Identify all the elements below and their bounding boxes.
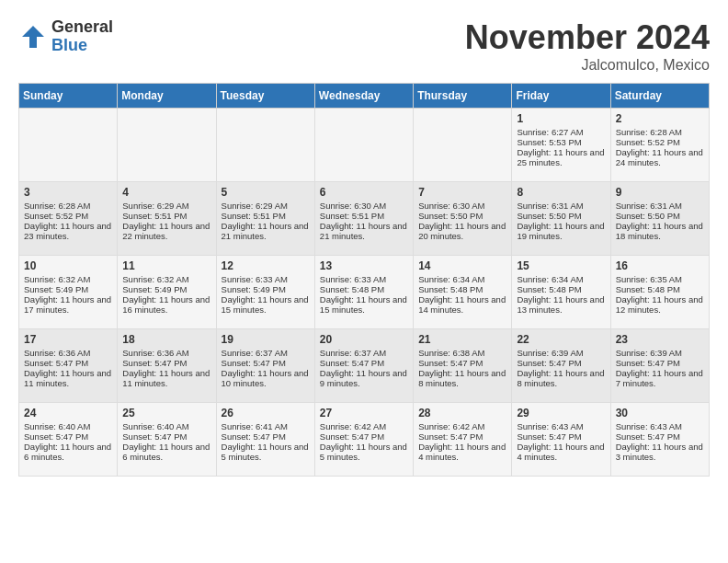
sunrise-text: Sunrise: 6:30 AM [418, 201, 506, 211]
calendar-cell: 11Sunrise: 6:32 AMSunset: 5:49 PMDayligh… [118, 256, 216, 329]
sunset-text: Sunset: 5:49 PM [122, 284, 210, 294]
day-number: 19 [222, 333, 310, 346]
sunset-text: Sunset: 5:48 PM [616, 284, 704, 294]
daylight-text: Daylight: 11 hours and 4 minutes. [517, 442, 605, 462]
calendar-cell: 12Sunrise: 6:33 AMSunset: 5:49 PMDayligh… [216, 256, 314, 329]
day-number: 21 [418, 333, 506, 346]
sunrise-text: Sunrise: 6:36 AM [122, 348, 210, 358]
calendar-cell: 27Sunrise: 6:42 AMSunset: 5:47 PMDayligh… [314, 403, 413, 477]
sunset-text: Sunset: 5:47 PM [320, 431, 408, 442]
daylight-text: Daylight: 11 hours and 24 minutes. [616, 147, 704, 167]
daylight-text: Daylight: 11 hours and 15 minutes. [320, 294, 408, 315]
calendar-week-3: 10Sunrise: 6:32 AMSunset: 5:49 PMDayligh… [19, 256, 710, 329]
day-number: 18 [122, 333, 210, 346]
sunset-text: Sunset: 5:47 PM [320, 358, 408, 368]
day-number: 6 [320, 186, 408, 199]
daylight-text: Daylight: 11 hours and 22 minutes. [122, 221, 210, 241]
day-number: 20 [320, 333, 408, 346]
calendar-cell: 5Sunrise: 6:29 AMSunset: 5:51 PMDaylight… [216, 182, 314, 256]
sunset-text: Sunset: 5:47 PM [616, 431, 704, 442]
calendar-cell: 28Sunrise: 6:42 AMSunset: 5:47 PMDayligh… [414, 403, 512, 477]
day-header-tuesday: Tuesday [216, 84, 314, 109]
day-number: 10 [24, 259, 112, 272]
sunset-text: Sunset: 5:51 PM [222, 211, 310, 221]
sunset-text: Sunset: 5:49 PM [24, 284, 112, 294]
calendar-cell [118, 109, 216, 182]
calendar-cell: 26Sunrise: 6:41 AMSunset: 5:47 PMDayligh… [216, 403, 314, 477]
day-number: 25 [122, 407, 210, 419]
daylight-text: Daylight: 11 hours and 23 minutes. [24, 221, 112, 241]
calendar-cell [314, 109, 413, 182]
sunrise-text: Sunrise: 6:33 AM [320, 274, 408, 284]
daylight-text: Daylight: 11 hours and 17 minutes. [24, 294, 112, 315]
calendar-header: SundayMondayTuesdayWednesdayThursdayFrid… [19, 84, 710, 109]
day-number: 7 [418, 186, 506, 199]
logo-blue: Blue [51, 37, 113, 55]
day-number: 13 [320, 259, 408, 272]
day-number: 30 [616, 407, 704, 419]
day-number: 15 [517, 259, 605, 272]
sunrise-text: Sunrise: 6:43 AM [517, 421, 605, 431]
daylight-text: Daylight: 11 hours and 12 minutes. [616, 294, 704, 315]
day-header-sunday: Sunday [19, 84, 118, 109]
sunset-text: Sunset: 5:47 PM [222, 358, 310, 368]
sunrise-text: Sunrise: 6:39 AM [616, 348, 704, 358]
daylight-text: Daylight: 11 hours and 7 minutes. [616, 368, 704, 388]
sunrise-text: Sunrise: 6:31 AM [616, 201, 704, 211]
calendar-cell: 2Sunrise: 6:28 AMSunset: 5:52 PMDaylight… [610, 109, 709, 182]
day-number: 9 [616, 186, 704, 199]
day-header-friday: Friday [512, 84, 610, 109]
day-header-wednesday: Wednesday [314, 84, 413, 109]
sunrise-text: Sunrise: 6:37 AM [222, 348, 310, 358]
calendar-cell: 19Sunrise: 6:37 AMSunset: 5:47 PMDayligh… [216, 329, 314, 403]
sunrise-text: Sunrise: 6:42 AM [320, 421, 408, 431]
calendar-cell: 9Sunrise: 6:31 AMSunset: 5:50 PMDaylight… [610, 182, 709, 256]
daylight-text: Daylight: 11 hours and 14 minutes. [418, 294, 506, 315]
sunset-text: Sunset: 5:51 PM [122, 211, 210, 221]
sunset-text: Sunset: 5:48 PM [320, 284, 408, 294]
calendar-cell [216, 109, 314, 182]
sunset-text: Sunset: 5:52 PM [616, 137, 704, 147]
calendar-cell: 16Sunrise: 6:35 AMSunset: 5:48 PMDayligh… [610, 256, 709, 329]
sunset-text: Sunset: 5:47 PM [517, 431, 605, 442]
day-number: 27 [320, 407, 408, 419]
sunrise-text: Sunrise: 6:32 AM [122, 274, 210, 284]
title-block: November 2024 Jalcomulco, Mexico [465, 18, 710, 74]
day-number: 5 [222, 186, 310, 199]
sunset-text: Sunset: 5:47 PM [616, 358, 704, 368]
sunrise-text: Sunrise: 6:41 AM [222, 421, 310, 431]
calendar-week-5: 24Sunrise: 6:40 AMSunset: 5:47 PMDayligh… [19, 403, 710, 477]
calendar-cell [19, 109, 118, 182]
sunrise-text: Sunrise: 6:31 AM [517, 201, 605, 211]
daylight-text: Daylight: 11 hours and 21 minutes. [222, 221, 310, 241]
day-number: 1 [517, 112, 605, 125]
calendar-cell: 7Sunrise: 6:30 AMSunset: 5:50 PMDaylight… [414, 182, 512, 256]
daylight-text: Daylight: 11 hours and 6 minutes. [24, 442, 112, 462]
calendar-cell: 4Sunrise: 6:29 AMSunset: 5:51 PMDaylight… [118, 182, 216, 256]
calendar-cell: 29Sunrise: 6:43 AMSunset: 5:47 PMDayligh… [512, 403, 610, 477]
daylight-text: Daylight: 11 hours and 11 minutes. [122, 368, 210, 388]
day-number: 14 [418, 259, 506, 272]
calendar-week-2: 3Sunrise: 6:28 AMSunset: 5:52 PMDaylight… [19, 182, 710, 256]
calendar-cell: 24Sunrise: 6:40 AMSunset: 5:47 PMDayligh… [19, 403, 118, 477]
location-title: Jalcomulco, Mexico [465, 57, 710, 74]
daylight-text: Daylight: 11 hours and 20 minutes. [418, 221, 506, 241]
day-number: 8 [517, 186, 605, 199]
daylight-text: Daylight: 11 hours and 8 minutes. [418, 368, 506, 388]
sunrise-text: Sunrise: 6:34 AM [517, 274, 605, 284]
header-row: SundayMondayTuesdayWednesdayThursdayFrid… [19, 84, 710, 109]
calendar-cell: 3Sunrise: 6:28 AMSunset: 5:52 PMDaylight… [19, 182, 118, 256]
sunset-text: Sunset: 5:47 PM [122, 431, 210, 442]
sunset-text: Sunset: 5:47 PM [418, 358, 506, 368]
calendar-cell: 22Sunrise: 6:39 AMSunset: 5:47 PMDayligh… [512, 329, 610, 403]
sunset-text: Sunset: 5:50 PM [616, 211, 704, 221]
sunrise-text: Sunrise: 6:39 AM [517, 348, 605, 358]
daylight-text: Daylight: 11 hours and 11 minutes. [24, 368, 112, 388]
sunrise-text: Sunrise: 6:43 AM [616, 421, 704, 431]
daylight-text: Daylight: 11 hours and 5 minutes. [320, 442, 408, 462]
calendar-week-1: 1Sunrise: 6:27 AMSunset: 5:53 PMDaylight… [19, 109, 710, 182]
day-number: 12 [222, 259, 310, 272]
daylight-text: Daylight: 11 hours and 25 minutes. [517, 147, 605, 167]
daylight-text: Daylight: 11 hours and 15 minutes. [222, 294, 310, 315]
sunset-text: Sunset: 5:47 PM [24, 431, 112, 442]
